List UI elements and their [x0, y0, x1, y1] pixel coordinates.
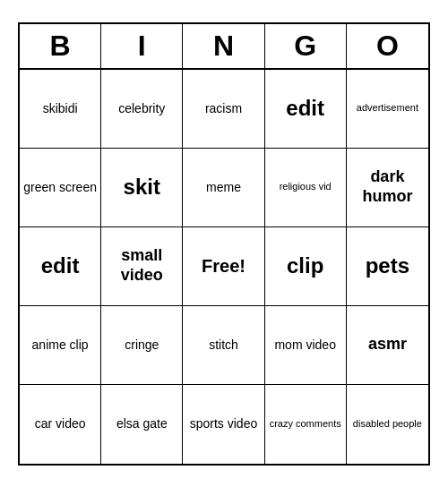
bingo-cell: car video — [20, 385, 101, 464]
bingo-cell: anime clip — [20, 306, 101, 385]
bingo-cell: advertisement — [347, 70, 428, 149]
bingo-cell: small video — [101, 227, 183, 306]
bingo-cell: elsa gate — [101, 385, 183, 464]
bingo-cell: skit — [101, 149, 183, 227]
bingo-cell: skibidi — [20, 70, 101, 149]
bingo-cell: edit — [265, 70, 347, 149]
bingo-cell: clip — [265, 227, 347, 306]
bingo-cell: sports video — [183, 385, 264, 464]
bingo-cell: racism — [183, 70, 264, 149]
bingo-cell: green screen — [20, 149, 101, 227]
bingo-cell: dark humor — [347, 149, 428, 227]
bingo-card: BINGO skibidicelebrityracismeditadvertis… — [18, 22, 430, 466]
bingo-cell: religious vid — [265, 149, 347, 227]
bingo-cell: disabled people — [347, 385, 428, 464]
bingo-header: BINGO — [20, 24, 428, 70]
bingo-cell: stitch — [183, 306, 264, 385]
bingo-cell: cringe — [101, 306, 183, 385]
bingo-cell: edit — [20, 227, 101, 306]
header-letter: B — [20, 24, 101, 68]
header-letter: G — [265, 24, 347, 68]
bingo-cell: asmr — [347, 306, 428, 385]
bingo-cell: mom video — [265, 306, 347, 385]
header-letter: I — [101, 24, 183, 68]
header-letter: O — [347, 24, 428, 68]
header-letter: N — [183, 24, 264, 68]
bingo-grid: skibidicelebrityracismeditadvertisementg… — [20, 70, 428, 464]
bingo-cell: crazy comments — [265, 385, 347, 464]
bingo-cell: pets — [347, 227, 428, 306]
bingo-cell: celebrity — [101, 70, 183, 149]
bingo-cell: Free! — [183, 227, 264, 306]
bingo-cell: meme — [183, 149, 264, 227]
